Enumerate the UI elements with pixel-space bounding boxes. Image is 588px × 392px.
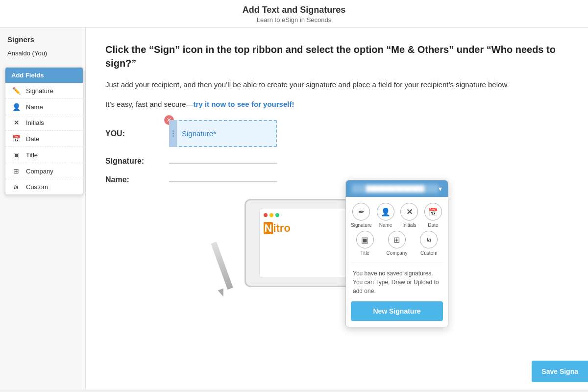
popup-custom-item[interactable]: Ia Custom bbox=[420, 231, 438, 256]
add-fields-header[interactable]: Add Fields bbox=[5, 68, 83, 83]
popup-custom-icon[interactable]: Ia bbox=[420, 231, 438, 248]
paragraph-2-plain: It’s easy, fast and secure— bbox=[105, 100, 194, 108]
popup-name-label: Name bbox=[379, 222, 392, 228]
you-row: YOU: ✕ Signature* bbox=[105, 120, 568, 147]
sig-field[interactable]: Signature* bbox=[169, 120, 277, 147]
popup-company-icon[interactable]: ⊞ bbox=[388, 231, 406, 248]
name-label: Name bbox=[26, 103, 43, 111]
title-label: Title bbox=[26, 151, 38, 159]
sig-popup-icons-row2: ▣ Title ⊞ Company Ia Custom bbox=[346, 231, 448, 261]
signature-label: Signature: bbox=[105, 157, 164, 166]
sidebar: Signers Ansaldo (You) + Add Recipient Ad… bbox=[0, 28, 86, 390]
instruction-heading: Click the “Sign” icon in the top ribbon … bbox=[105, 43, 568, 70]
signers-title: Signers bbox=[0, 35, 85, 49]
header-subtitle: Learn to eSign in Seconds bbox=[0, 16, 588, 24]
popup-custom-label: Custom bbox=[420, 250, 437, 256]
sig-field-text: Signature* bbox=[182, 129, 216, 138]
custom-label: Custom bbox=[26, 183, 48, 191]
dropdown-item-custom[interactable]: Ia Custom bbox=[5, 179, 83, 195]
name-icon: 👤 bbox=[11, 103, 21, 111]
company-label: Company bbox=[26, 168, 53, 175]
form-area: YOU: ✕ Signature* Signature: bbox=[105, 120, 568, 184]
top-header: Add Text and Signatures Learn to eSign i… bbox=[0, 0, 588, 28]
popup-signature-icon[interactable]: ✒ bbox=[352, 203, 370, 220]
signature-label: Signature bbox=[26, 87, 53, 95]
company-icon: ⊞ bbox=[11, 167, 21, 175]
popup-signature-item[interactable]: ✒ Signature bbox=[351, 203, 372, 228]
popup-title-icon[interactable]: ▣ bbox=[356, 231, 374, 248]
dot-yellow bbox=[270, 213, 273, 217]
popup-initials-item[interactable]: ✕ Initials bbox=[399, 203, 419, 228]
dot-green bbox=[275, 213, 279, 217]
sig-popup-header: ██████████████ ▾ bbox=[346, 180, 448, 197]
dropdown-item-company[interactable]: ⊞ Company bbox=[5, 163, 83, 179]
you-label: YOU: bbox=[105, 129, 164, 138]
signer-name: Ansaldo (You) bbox=[0, 49, 85, 67]
sig-field-handle bbox=[169, 120, 177, 147]
header-title: Add Text and Signatures bbox=[0, 5, 588, 15]
initials-icon: ✕ bbox=[11, 119, 21, 126]
sig-popup-arrow-icon[interactable]: ▾ bbox=[439, 185, 442, 193]
paragraph-1: Just add your recipient, and then you’ll… bbox=[105, 79, 568, 91]
add-fields-dropdown: Add Fields ✏️ Signature 👤 Name ✕ Initial… bbox=[5, 67, 83, 195]
popup-date-item[interactable]: 📅 Date bbox=[423, 203, 443, 228]
popup-company-label: Company bbox=[387, 250, 408, 256]
name-label: Name: bbox=[105, 175, 164, 184]
popup-name-icon[interactable]: 👤 bbox=[377, 203, 394, 220]
dropdown-item-date[interactable]: 📅 Date bbox=[5, 131, 83, 147]
popup-date-label: Date bbox=[428, 222, 438, 228]
custom-icon: Ia bbox=[11, 184, 21, 190]
dropdown-item-initials[interactable]: ✕ Initials bbox=[5, 115, 83, 131]
popup-company-item[interactable]: ⊞ Company bbox=[387, 231, 408, 256]
main-content: Click the “Sign” icon in the top ribbon … bbox=[86, 28, 588, 390]
popup-signature-label: Signature bbox=[351, 222, 372, 228]
dot-red bbox=[264, 213, 268, 217]
date-label: Date bbox=[26, 135, 39, 143]
paragraph-2: It’s easy, fast and secure—try it now to… bbox=[105, 98, 568, 110]
dropdown-item-signature[interactable]: ✏️ Signature bbox=[5, 83, 83, 99]
dropdown-item-title[interactable]: ▣ Title bbox=[5, 147, 83, 163]
popup-name-item[interactable]: 👤 Name bbox=[376, 203, 395, 228]
sig-field-wrapper[interactable]: ✕ Signature* bbox=[169, 120, 277, 147]
sig-popup: ██████████████ ▾ ✒ Signature 👤 Name ✕ In… bbox=[345, 180, 448, 327]
name-row: Name: bbox=[105, 175, 568, 184]
sig-popup-header-text: ██████████████ bbox=[352, 184, 439, 193]
popup-title-label: Title bbox=[360, 250, 369, 256]
signature-icon: ✏️ bbox=[11, 87, 21, 95]
dropdown-item-name[interactable]: 👤 Name bbox=[5, 99, 83, 115]
popup-initials-label: Initials bbox=[402, 222, 416, 228]
date-icon: 📅 bbox=[11, 135, 21, 143]
save-button[interactable]: Save Signa bbox=[532, 361, 588, 382]
illustration: Nitro bbox=[105, 194, 568, 287]
popup-divider bbox=[351, 263, 443, 263]
popup-initials-icon[interactable]: ✕ bbox=[400, 203, 418, 220]
sig-popup-icons-row1: ✒ Signature 👤 Name ✕ Initials 📅 Date bbox=[346, 197, 448, 231]
pen-illustration bbox=[219, 241, 225, 297]
new-signature-button[interactable]: New Signature bbox=[351, 301, 443, 321]
paragraph-2-highlight: try it now to see for yourself! bbox=[194, 100, 294, 108]
popup-title-item[interactable]: ▣ Title bbox=[356, 231, 374, 256]
title-icon: ▣ bbox=[11, 151, 21, 159]
popup-no-sig-text: You have no saved signatures. You can Ty… bbox=[346, 265, 448, 301]
initials-label: Initials bbox=[26, 119, 44, 126]
popup-date-icon[interactable]: 📅 bbox=[424, 203, 442, 220]
signature-row: Signature: bbox=[105, 157, 568, 166]
